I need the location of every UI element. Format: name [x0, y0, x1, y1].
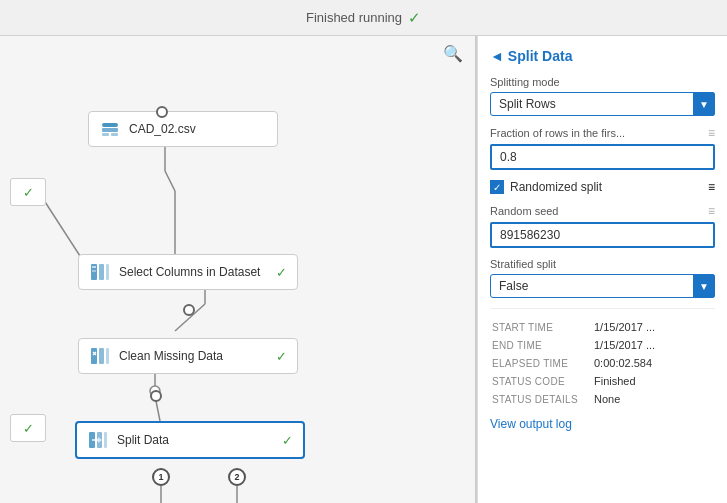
fraction-group: Fraction of rows in the firs... ≡ — [490, 126, 715, 170]
main-area: 🔍 ✓ ✓ — [0, 36, 727, 503]
select-bottom-port — [183, 304, 195, 316]
panel-title-arrow: ◄ — [490, 48, 504, 64]
fraction-label-text: Fraction of rows in the firs... — [490, 127, 625, 139]
bottom-connectors — [0, 486, 475, 503]
cad-node-icon — [99, 118, 121, 140]
clean-bottom-port — [150, 390, 162, 402]
random-seed-group: Random seed ≡ — [490, 204, 715, 248]
end-time-value: 1/15/2017 ... — [594, 337, 713, 353]
node-select[interactable]: Select Columns in Dataset ✓ — [78, 254, 298, 290]
svg-rect-16 — [92, 270, 96, 272]
node-cad[interactable]: CAD_02.csv — [88, 111, 278, 147]
fraction-label-row: Fraction of rows in the firs... ≡ — [490, 126, 715, 140]
end-time-row: END TIME 1/15/2017 ... — [492, 337, 713, 353]
svg-rect-19 — [106, 348, 109, 364]
elapsed-time-row: ELAPSED TIME 0:00:02.584 — [492, 355, 713, 371]
splitting-mode-select[interactable]: Split RowsRecommender SplitRegular Expre… — [490, 92, 715, 116]
select-node-check: ✓ — [276, 265, 287, 280]
status-details-row: STATUS DETAILS None — [492, 391, 713, 407]
start-time-label: START TIME — [492, 319, 592, 335]
cad-top-port — [156, 106, 168, 118]
status-code-row: STATUS CODE Finished — [492, 373, 713, 389]
select-node-label: Select Columns in Dataset — [119, 265, 260, 279]
info-table: START TIME 1/15/2017 ... END TIME 1/15/2… — [490, 317, 715, 409]
randomized-split-group: ✓ Randomized split ≡ — [490, 180, 715, 194]
status-code-value: Finished — [594, 373, 713, 389]
panel-title-text: Split Data — [508, 48, 573, 64]
left-check-2-icon: ✓ — [23, 421, 34, 436]
fraction-input[interactable] — [490, 144, 715, 170]
start-time-row: START TIME 1/15/2017 ... — [492, 319, 713, 335]
svg-rect-15 — [92, 266, 96, 268]
left-check-1-icon: ✓ — [23, 185, 34, 200]
clean-node-icon — [89, 345, 111, 367]
random-seed-drag-handle[interactable]: ≡ — [708, 204, 715, 218]
node-clean[interactable]: Clean Missing Data ✓ — [78, 338, 298, 374]
node-split[interactable]: Split Data ✓ — [75, 421, 305, 459]
columns-icon — [89, 261, 111, 283]
split-node-label: Split Data — [117, 433, 169, 447]
randomized-split-label[interactable]: ✓ Randomized split — [490, 180, 602, 194]
left-check-1: ✓ — [10, 178, 46, 206]
elapsed-time-label: ELAPSED TIME — [492, 355, 592, 371]
top-bar: Finished running ✓ — [0, 0, 727, 36]
svg-rect-17 — [91, 348, 97, 364]
status-details-value: None — [594, 391, 713, 407]
splitting-mode-label: Splitting mode — [490, 76, 715, 88]
randomized-split-checkbox[interactable]: ✓ — [490, 180, 504, 194]
stratified-split-label-row: Stratified split — [490, 258, 715, 270]
stratified-split-group: Stratified split FalseTrue ▼ — [490, 258, 715, 298]
svg-rect-13 — [99, 264, 104, 280]
fraction-drag-handle[interactable]: ≡ — [708, 126, 715, 140]
split-node-icon — [87, 429, 109, 451]
random-seed-input[interactable] — [490, 222, 715, 248]
panel-title: ◄ Split Data — [490, 48, 715, 64]
stratified-split-select[interactable]: FalseTrue — [490, 274, 715, 298]
status-text: Finished running — [306, 10, 402, 25]
randomized-drag-handle[interactable]: ≡ — [708, 180, 715, 194]
split-icon — [87, 429, 109, 451]
status-details-label: STATUS DETAILS — [492, 391, 592, 407]
svg-rect-9 — [102, 128, 118, 132]
clean-node-check: ✓ — [276, 349, 287, 364]
svg-line-1 — [165, 171, 175, 191]
finished-running-status: Finished running ✓ — [306, 9, 421, 27]
right-panel: ◄ Split Data Splitting mode Split RowsRe… — [477, 36, 727, 503]
canvas-area[interactable]: 🔍 ✓ ✓ — [0, 36, 477, 503]
svg-rect-10 — [102, 133, 109, 136]
panel-divider — [490, 308, 715, 309]
svg-rect-18 — [99, 348, 104, 364]
split-port-2: 2 — [228, 468, 246, 486]
end-time-label: END TIME — [492, 337, 592, 353]
svg-rect-11 — [111, 133, 118, 136]
status-check-icon: ✓ — [408, 9, 421, 27]
svg-rect-14 — [106, 264, 109, 280]
left-check-2: ✓ — [10, 414, 46, 442]
status-code-label: STATUS CODE — [492, 373, 592, 389]
view-output-link[interactable]: View output log — [490, 417, 715, 431]
split-port-1: 1 — [152, 468, 170, 486]
elapsed-time-value: 0:00:02.584 — [594, 355, 713, 371]
database-icon — [99, 118, 121, 140]
svg-rect-24 — [104, 432, 107, 448]
svg-rect-8 — [102, 123, 118, 127]
search-icon[interactable]: 🔍 — [443, 44, 463, 63]
start-time-value: 1/15/2017 ... — [594, 319, 713, 335]
select-node-icon — [89, 261, 111, 283]
split-node-check: ✓ — [282, 433, 293, 448]
randomized-split-row: ✓ Randomized split ≡ — [490, 180, 715, 194]
stratified-split-label-text: Stratified split — [490, 258, 556, 270]
splitting-mode-group: Splitting mode Split RowsRecommender Spl… — [490, 76, 715, 116]
random-seed-label-row: Random seed ≡ — [490, 204, 715, 218]
random-seed-label-text: Random seed — [490, 205, 559, 217]
randomized-split-text: Randomized split — [510, 180, 602, 194]
splitting-mode-select-wrapper: Split RowsRecommender SplitRegular Expre… — [490, 92, 715, 116]
stratified-split-select-wrapper: FalseTrue ▼ — [490, 274, 715, 298]
clean-icon — [89, 345, 111, 367]
cad-node-label: CAD_02.csv — [129, 122, 196, 136]
clean-node-label: Clean Missing Data — [119, 349, 223, 363]
